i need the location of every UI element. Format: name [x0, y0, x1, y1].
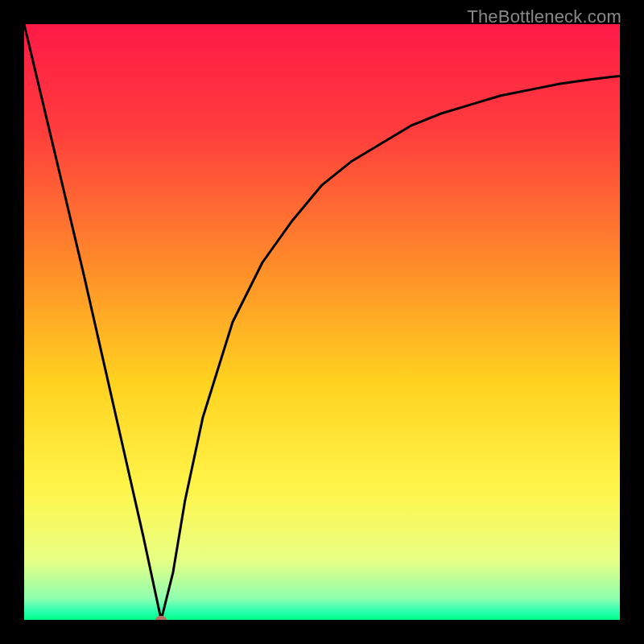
bottleneck-curve [24, 24, 620, 620]
chart-frame: TheBottleneck.com [0, 0, 644, 644]
plot-area [24, 24, 620, 620]
bottleneck-curve-svg [24, 24, 620, 620]
optimal-point-marker [155, 616, 167, 620]
